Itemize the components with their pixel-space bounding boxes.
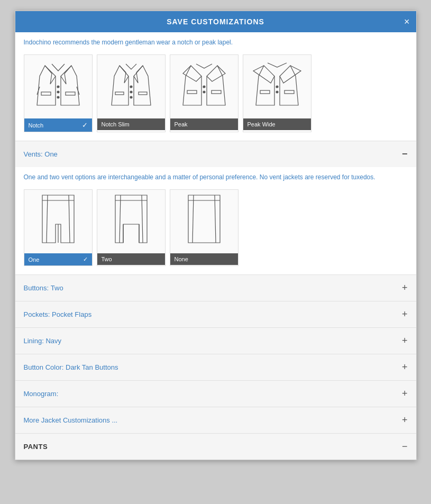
svg-rect-15 [212, 90, 221, 94]
modal: SAVE CUSTOMIZATIONS × Indochino recommen… [15, 11, 417, 460]
pants-label: PANTS [24, 443, 48, 451]
lapel-card-peak[interactable]: Peak [170, 54, 239, 132]
svg-point-2 [57, 96, 59, 98]
svg-rect-19 [285, 90, 294, 94]
lapel-info-plain: Indochino recommends the modern gentlema… [24, 39, 178, 46]
pockets-section[interactable]: Pockets: Pocket Flaps + [15, 301, 416, 327]
svg-rect-10 [115, 92, 124, 95]
more-jacket-expand-icon: + [402, 415, 408, 426]
buttons-section[interactable]: Buttons: Two + [15, 274, 416, 301]
monogram-section[interactable]: Monogram: + [15, 380, 416, 407]
svg-line-27 [120, 195, 121, 243]
button-color-label: Button Color: Dark Tan Buttons [24, 363, 118, 371]
buttons-expand-icon: + [402, 282, 408, 294]
vents-section-header[interactable]: Vents: One − [15, 141, 416, 167]
svg-point-9 [130, 96, 132, 98]
peak-label: Peak [170, 118, 238, 130]
notch-label-text: Notch [29, 122, 44, 129]
modal-header: SAVE CUSTOMIZATIONS × [15, 11, 416, 32]
svg-point-12 [203, 86, 205, 88]
more-jacket-section[interactable]: More Jacket Customizations ... + [15, 407, 416, 433]
notch-jacket-icon [32, 58, 85, 116]
lining-label: Lining: Navy [24, 337, 62, 345]
svg-line-22 [47, 195, 48, 243]
svg-rect-4 [66, 92, 75, 95]
svg-line-31 [215, 195, 216, 243]
lining-section[interactable]: Lining: Navy + [15, 327, 416, 354]
svg-line-28 [142, 195, 143, 243]
svg-point-16 [276, 86, 278, 88]
vent-one-icon [32, 193, 85, 251]
svg-point-13 [203, 91, 205, 93]
svg-point-0 [57, 86, 59, 88]
button-color-value: Dark Tan Buttons [66, 363, 118, 371]
pockets-expand-icon: + [402, 309, 408, 320]
lapel-card-notch-slim[interactable]: Notch Slim [97, 54, 166, 132]
vent-two-icon [105, 193, 158, 251]
lapel-info-end: . [231, 39, 233, 46]
peak-image [170, 55, 238, 118]
vents-value-text: One [44, 150, 58, 158]
lapel-card-peak-wide[interactable]: Peak Wide [243, 54, 311, 132]
svg-rect-11 [139, 92, 147, 95]
vents-info-plain: One and two vent options are interchange… [24, 173, 260, 181]
lining-expand-icon: + [402, 335, 408, 346]
vent-two-image [97, 190, 165, 253]
vents-info: One and two vent options are interchange… [15, 167, 416, 185]
svg-point-1 [57, 91, 59, 93]
vent-none-icon [178, 193, 231, 251]
peak-wide-jacket-icon [251, 58, 304, 116]
peak-wide-label: Peak Wide [243, 118, 311, 130]
buttons-value: Two [51, 284, 63, 292]
lapel-card-notch[interactable]: Notch ✓ [24, 54, 93, 132]
lapel-cards-row: Notch ✓ [15, 50, 416, 141]
vent-card-two[interactable]: Two [97, 189, 166, 266]
vent-cards-row: One ✓ [15, 185, 416, 274]
vent-none-label-text: None [175, 256, 188, 262]
vent-two-label-text: Two [102, 256, 112, 262]
vent-one-label: One ✓ [24, 253, 92, 265]
peak-wide-image [243, 55, 311, 118]
vent-card-none[interactable]: None [170, 189, 239, 266]
more-jacket-label: More Jacket Customizations ... [24, 416, 118, 424]
peak-label-text: Peak [175, 121, 188, 127]
svg-rect-3 [41, 92, 51, 95]
monogram-label: Monogram: [24, 390, 59, 398]
lapel-info-link: notch or peak lapel [177, 39, 231, 46]
pants-section[interactable]: PANTS − [15, 433, 416, 460]
svg-line-30 [192, 195, 194, 243]
vents-info-end: . [373, 173, 375, 181]
notch-slim-label: Notch Slim [97, 118, 165, 130]
button-color-section[interactable]: Button Color: Dark Tan Buttons + [15, 354, 416, 380]
vent-one-image [24, 190, 92, 253]
close-button[interactable]: × [404, 17, 410, 26]
notch-slim-image [97, 55, 165, 118]
peak-wide-label-text: Peak Wide [247, 121, 276, 127]
svg-rect-18 [260, 90, 270, 94]
vents-info-link: No vent jackets are reserved for tuxedos [260, 173, 373, 181]
svg-point-17 [276, 91, 278, 93]
pants-collapse-icon: − [402, 441, 408, 452]
vent-one-label-text: One [29, 256, 40, 263]
vents-section: Vents: One − One and two vent options ar… [15, 141, 416, 274]
notch-slim-label-text: Notch Slim [102, 121, 130, 127]
vent-none-label: None [170, 253, 238, 265]
modal-title: SAVE CUSTOMIZATIONS [167, 17, 264, 26]
vents-collapse-icon: − [402, 149, 408, 160]
vent-card-one[interactable]: One ✓ [24, 189, 93, 266]
monogram-expand-icon: + [402, 388, 408, 399]
vent-one-checkmark: ✓ [83, 256, 88, 263]
notch-slim-jacket-icon [105, 58, 158, 116]
lining-value: Navy [45, 337, 61, 345]
vents-label-text: Vents: [24, 150, 43, 158]
peak-jacket-icon [178, 58, 231, 116]
notch-image [24, 55, 92, 118]
svg-point-7 [130, 86, 132, 88]
pockets-label: Pockets: Pocket Flaps [24, 310, 92, 318]
vents-header-label: Vents: One [24, 150, 58, 158]
notch-checkmark: ✓ [82, 121, 88, 129]
svg-line-23 [69, 195, 70, 243]
svg-point-8 [130, 91, 132, 93]
pockets-value: Pocket Flaps [52, 310, 91, 318]
vents-section-body: One and two vent options are interchange… [15, 167, 416, 274]
